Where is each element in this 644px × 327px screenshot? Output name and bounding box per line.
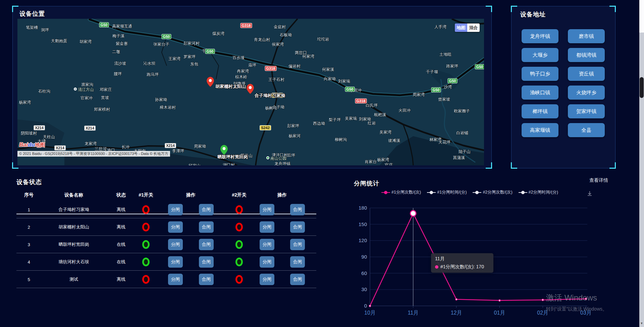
map-place-label: 杨家湾 (377, 157, 389, 163)
map-place-label: 官家冲 (80, 95, 93, 101)
open-switch-button[interactable]: 分闸 (260, 274, 274, 285)
map-place-label: 邓家庄 (100, 87, 112, 93)
address-button[interactable]: 榔坪镇 (522, 104, 558, 118)
open-switch-button[interactable]: 分闸 (168, 221, 183, 233)
open-switch-button[interactable]: 分闸 (260, 204, 274, 215)
map-place-label: 天花坪 (438, 140, 450, 145)
map-place-label: 石板坳 (280, 32, 292, 38)
table-row: 3晒鼓坪村荒田岗在线分闸合闸分闸合闸 (16, 236, 316, 253)
row-index: 5 (28, 277, 30, 282)
map-type-option-idle[interactable]: 混合 (467, 23, 480, 32)
column-header: #1开关 (139, 192, 153, 198)
close-switch-button[interactable]: 合闸 (199, 239, 214, 250)
close-switch-button[interactable]: 合闸 (290, 256, 305, 268)
address-button[interactable]: 都镇湾镇 (568, 48, 605, 62)
switch-statistics-section: 分闸统计 查看详情 #1分闸次数/(次)#1分闸时间/(分)#2分闸次数/(次)… (351, 177, 639, 327)
tooltip-series-dot (435, 265, 438, 269)
map-place-label: 石柱沟 (38, 89, 50, 94)
column-header: 操作 (186, 192, 196, 198)
map-place-label: 天鹅抱蛋 (51, 38, 67, 44)
row-index: 1 (28, 207, 30, 212)
open-switch-button[interactable]: 分闸 (168, 274, 183, 285)
table-row: 2胡家棚村太阳山离线分闸合闸分闸合闸 (16, 218, 316, 236)
switch2-indicator (235, 223, 243, 231)
scrollbar-top-segment (639, 0, 644, 33)
close-switch-button[interactable]: 合闸 (199, 221, 214, 233)
road-shield: G50 (431, 88, 441, 93)
map-place-label: 腰坪 (114, 71, 122, 77)
svg-text:01月: 01月 (494, 310, 505, 316)
baidu-map[interactable]: 笔架槽洞坪天鹅抱蛋胡家湾高家堰互通梅子溪紫金寨二墩流沙坡腰坪渡家沟邓家庄官家冲郑… (17, 19, 484, 165)
svg-text:150: 150 (359, 221, 367, 227)
close-switch-button[interactable]: 合闸 (290, 221, 305, 233)
map-type-toggle[interactable]: 地图混合 (455, 23, 480, 32)
open-switch-button[interactable]: 分闸 (168, 256, 183, 268)
map-place-label: 官庄 (385, 162, 393, 165)
corner-bracket (511, 6, 517, 12)
map-pin-red[interactable] (247, 84, 254, 95)
address-button[interactable]: 鸭子口乡 (522, 67, 558, 81)
close-switch-button[interactable]: 合闸 (199, 256, 214, 268)
map-place-label: 樟木岩村 (160, 105, 176, 110)
page-scrollbar[interactable]: ▼ (639, 0, 644, 327)
map-place-label: 刘家垴 (338, 78, 350, 84)
open-switch-button[interactable]: 分闸 (260, 239, 274, 250)
address-button[interactable]: 全县 (568, 123, 605, 137)
tooltip-category: 11月 (435, 256, 489, 262)
column-header: 设备名称 (64, 192, 83, 198)
switch1-indicator (142, 275, 150, 284)
road-shield: G50 (162, 34, 171, 39)
map-pin-label: 晒鼓坪村荒田岗 (217, 154, 248, 160)
svg-text:60: 60 (361, 270, 367, 276)
map-place-label: 人手湾 (434, 24, 446, 30)
road-shield: G50 (205, 49, 215, 54)
address-button[interactable]: 火烧坪乡 (568, 86, 605, 100)
road-shield: G318 (265, 66, 277, 71)
line-chart[interactable]: 030609012015018010月11月12月01月02月03月 (351, 177, 639, 327)
address-button[interactable]: 大堰乡 (522, 48, 558, 62)
row-index: 4 (28, 259, 30, 264)
map-place-label: 沁水坝 (143, 61, 155, 66)
close-switch-button[interactable]: 合闸 (290, 274, 305, 285)
close-switch-button[interactable]: 合闸 (199, 204, 214, 215)
map-place-label: 彭家坪 (287, 123, 299, 129)
status-text: 离线 (117, 224, 125, 230)
address-button[interactable]: 渔峡口镇 (522, 86, 558, 100)
open-switch-button[interactable]: 分闸 (168, 239, 183, 250)
map-place-label: 沙湾 (444, 84, 452, 90)
address-button[interactable]: 资丘镇 (568, 67, 605, 81)
close-switch-button[interactable]: 合闸 (199, 274, 214, 285)
map-place-label: 王子石村 (268, 77, 284, 83)
switch2-indicator (235, 205, 243, 214)
svg-text:30: 30 (361, 286, 367, 292)
address-button[interactable]: 磨市镇 (568, 29, 605, 43)
close-switch-button[interactable]: 合闸 (290, 204, 305, 215)
map-place-label: 孙家坳 (155, 97, 167, 103)
map-place-label: 坨坨岩 (317, 37, 329, 42)
map-place-label: 白岩铺 (456, 130, 468, 136)
address-button[interactable]: 贺家坪镇 (568, 104, 605, 118)
dashboard: 设备位置 笔架槽洞坪天鹅抱蛋胡家湾高家堰互通梅子溪紫金寨二墩流沙坡腰坪渡家沟邓家… (0, 0, 644, 327)
map-type-option-active[interactable]: 地图 (455, 23, 467, 32)
road-shield: G318 (355, 99, 367, 104)
open-switch-button[interactable]: 分闸 (168, 204, 183, 215)
table-header: 序号设备名称状态#1开关操作#2开关操作 (16, 189, 316, 201)
scrollbar-down-arrow[interactable]: ▼ (639, 322, 644, 325)
map-pin-red[interactable] (207, 77, 214, 88)
device-name: 测试 (69, 276, 78, 282)
map-place-label: 菖蒲溪 (453, 155, 465, 161)
address-button[interactable]: 高家堰镇 (522, 123, 558, 137)
scrollbar-thumb[interactable] (640, 77, 644, 98)
address-button[interactable]: 龙舟坪镇 (522, 29, 558, 43)
corner-bracket (486, 6, 492, 12)
open-switch-button[interactable]: 分闸 (260, 256, 274, 268)
map-place-label: 千子堰 (426, 69, 438, 75)
open-switch-button[interactable]: 分闸 (260, 221, 274, 233)
map-pin-label: 合子坳村习家坳 (255, 93, 285, 99)
map-place-label: 李潭坪 (172, 148, 184, 154)
close-switch-button[interactable]: 合闸 (290, 239, 305, 250)
scenic-poi-icon (74, 88, 77, 91)
road-shield: G318 (240, 23, 252, 28)
device-location-panel: 设备位置 笔架槽洞坪天鹅抱蛋胡家湾高家堰互通梅子溪紫金寨二墩流沙坡腰坪渡家沟邓家… (12, 6, 492, 168)
map-place-label: 曾家坡 (438, 97, 450, 102)
